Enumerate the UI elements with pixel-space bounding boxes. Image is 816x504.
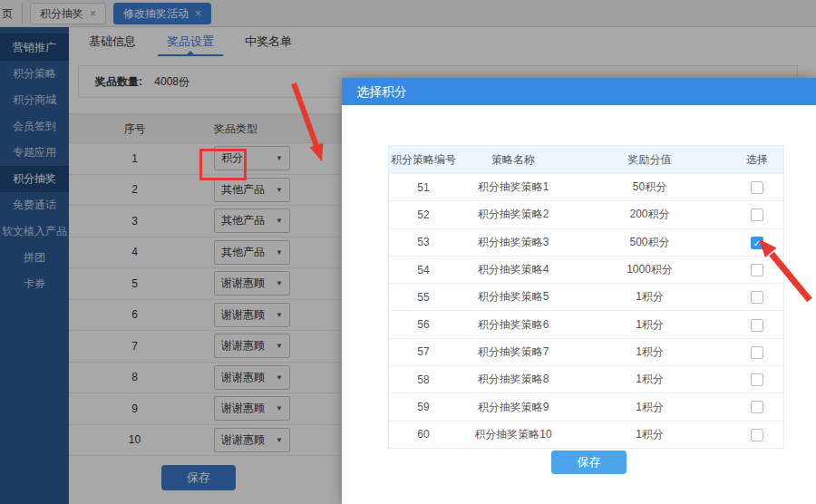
strategy-checkbox[interactable]: ✓ <box>751 346 763 359</box>
reward-value: 1积分 <box>568 372 731 387</box>
strategy-checkbox[interactable]: ✓ <box>751 208 763 221</box>
strategy-name: 积分抽奖策略1 <box>458 179 568 195</box>
strategy-id: 54 <box>389 264 458 276</box>
strategy-id: 52 <box>389 208 458 221</box>
strategy-name: 积分抽奖策略6 <box>458 317 568 333</box>
strategy-row: 52 积分抽奖策略2 200积分 ✓ <box>389 200 783 228</box>
strategy-name: 积分抽奖策略7 <box>458 344 568 360</box>
check-icon: ✓ <box>753 238 761 248</box>
strategy-row: 53 积分抽奖策略3 500积分 ✓ <box>389 228 783 256</box>
strategy-id: 55 <box>389 291 458 304</box>
strategy-checkbox[interactable]: ✓ <box>751 181 763 194</box>
modal-save-button[interactable]: 保存 <box>551 451 627 474</box>
strategy-id: 51 <box>389 181 458 194</box>
strategy-row: 59 积分抽奖策略9 1积分 ✓ <box>389 393 783 420</box>
reward-value: 1积分 <box>568 400 731 415</box>
strategy-row: 57 积分抽奖策略7 1积分 ✓ <box>389 338 783 365</box>
strategy-name: 积分抽奖策略2 <box>458 207 568 222</box>
strategy-row: 54 积分抽奖策略4 1000积分 ✓ <box>389 256 783 283</box>
strategy-id: 58 <box>389 373 458 386</box>
strategy-row: 51 积分抽奖策略1 50积分 ✓ <box>389 173 783 200</box>
col-header-strategy-name: 策略名称 <box>458 146 568 173</box>
col-header-reward-value: 奖励分值 <box>568 146 731 173</box>
strategy-id: 53 <box>389 236 458 248</box>
strategy-id: 57 <box>389 345 458 358</box>
reward-value: 1积分 <box>568 317 731 333</box>
strategy-row: 60 积分抽奖策略10 1积分 ✓ <box>389 421 783 448</box>
strategy-checkbox[interactable]: ✓ <box>751 429 763 441</box>
strategy-name: 积分抽奖策略5 <box>458 289 568 305</box>
strategy-id: 56 <box>389 318 458 331</box>
strategy-checkbox[interactable]: ✓ <box>751 401 763 413</box>
strategy-table-header: 积分策略编号 策略名称 奖励分值 选择 <box>389 146 783 173</box>
strategy-id: 59 <box>389 401 458 413</box>
modal-title: 选择积分 <box>342 78 816 105</box>
strategy-checkbox[interactable]: ✓ <box>751 319 763 332</box>
reward-value: 500积分 <box>568 235 731 250</box>
strategy-checkbox[interactable]: ✓ <box>751 291 763 304</box>
reward-value: 1积分 <box>568 427 731 442</box>
strategy-row: 58 积分抽奖策略8 1积分 ✓ <box>389 365 783 393</box>
select-points-modal: 选择积分 积分策略编号 策略名称 奖励分值 选择 51 积分抽奖策略1 50积分… <box>342 78 816 504</box>
strategy-name: 积分抽奖策略10 <box>458 427 568 442</box>
reward-value: 1积分 <box>568 344 731 360</box>
strategy-checkbox[interactable]: ✓ <box>751 237 763 249</box>
reward-value: 200积分 <box>568 207 731 222</box>
strategy-id: 60 <box>389 428 458 441</box>
strategy-name: 积分抽奖策略3 <box>458 235 568 250</box>
points-strategy-table: 积分策略编号 策略名称 奖励分值 选择 51 积分抽奖策略1 50积分 ✓ 52… <box>388 145 784 449</box>
strategy-name: 积分抽奖策略9 <box>458 400 568 415</box>
col-header-select: 选择 <box>731 146 783 173</box>
strategy-name: 积分抽奖策略4 <box>458 262 568 277</box>
reward-value: 1积分 <box>568 289 731 305</box>
strategy-checkbox[interactable]: ✓ <box>751 373 763 386</box>
strategy-name: 积分抽奖策略8 <box>458 372 568 387</box>
col-header-strategy-id: 积分策略编号 <box>389 146 458 173</box>
strategy-row: 56 积分抽奖策略6 1积分 ✓ <box>389 310 783 337</box>
reward-value: 1000积分 <box>568 262 731 277</box>
strategy-row: 55 积分抽奖策略5 1积分 ✓ <box>389 283 783 310</box>
strategy-checkbox[interactable]: ✓ <box>751 264 763 276</box>
reward-value: 50积分 <box>568 179 731 195</box>
